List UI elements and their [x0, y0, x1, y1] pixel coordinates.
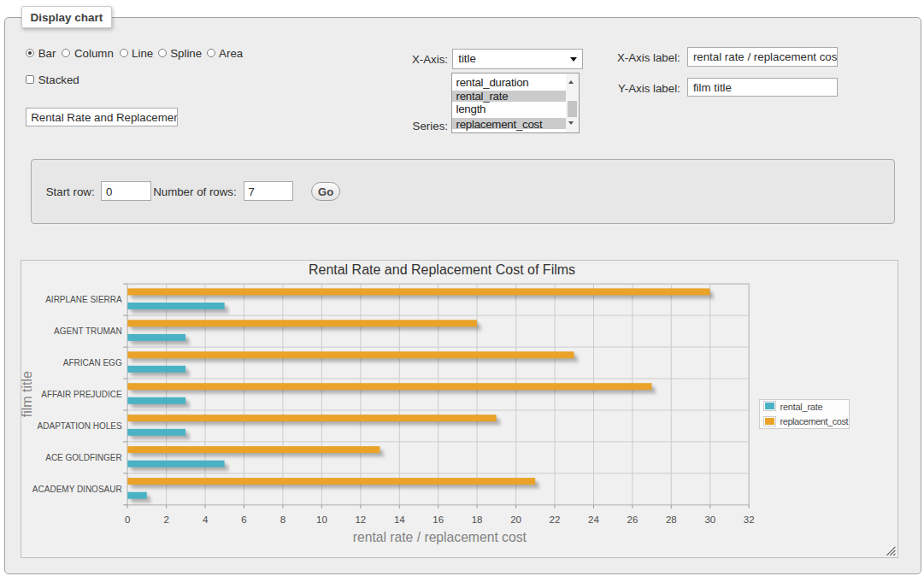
svg-text:0: 0 [125, 514, 130, 525]
svg-text:20: 20 [510, 514, 521, 525]
svg-text:ACE GOLDFINGER: ACE GOLDFINGER [46, 453, 122, 462]
svg-text:12: 12 [356, 514, 367, 525]
svg-text:Rental Rate and Replacement Co: Rental Rate and Replacement Cost of Film… [309, 262, 575, 277]
svg-text:ADAPTATION HOLES: ADAPTATION HOLES [38, 421, 122, 431]
svg-text:32: 32 [744, 514, 755, 525]
svg-text:6: 6 [242, 514, 247, 525]
svg-text:16: 16 [433, 514, 444, 525]
svg-text:2: 2 [164, 514, 169, 525]
svg-text:AFRICAN EGG: AFRICAN EGG [63, 358, 122, 367]
svg-text:8: 8 [280, 514, 285, 525]
svg-text:14: 14 [394, 514, 405, 525]
svg-text:28: 28 [666, 514, 677, 525]
svg-text:30: 30 [705, 514, 716, 525]
svg-text:26: 26 [627, 514, 639, 525]
svg-text:24: 24 [588, 514, 599, 525]
svg-text:AGENT TRUMAN: AGENT TRUMAN [54, 326, 122, 336]
svg-text:ACADEMY DINOSAUR: ACADEMY DINOSAUR [32, 485, 122, 494]
svg-text:film title: film title [21, 371, 34, 417]
svg-text:rental rate / replacement cost: rental rate / replacement cost [353, 530, 527, 544]
svg-text:18: 18 [472, 514, 483, 525]
svg-text:4: 4 [203, 514, 209, 525]
svg-text:AFFAIR PREJUDICE: AFFAIR PREJUDICE [42, 390, 123, 399]
svg-text:22: 22 [550, 514, 561, 525]
svg-text:AIRPLANE SIERRA: AIRPLANE SIERRA [46, 295, 123, 304]
svg-text:10: 10 [316, 514, 327, 525]
